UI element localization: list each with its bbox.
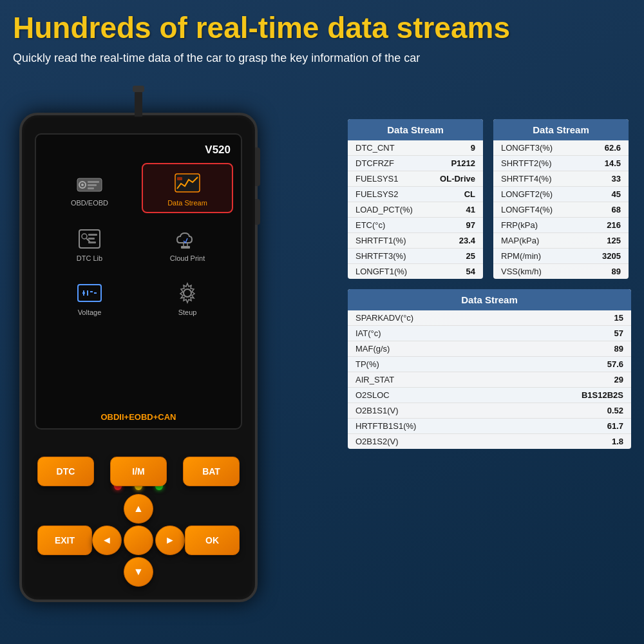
antenna-tip	[133, 86, 144, 92]
table-key: DTCFRZF	[355, 158, 394, 168]
up-button[interactable]: ▲	[124, 494, 153, 524]
table-key: VSS(km/h)	[501, 267, 542, 276]
table-key: LONGFT3(%)	[501, 143, 553, 153]
table-val: 15	[614, 313, 623, 323]
table-val: 57	[614, 328, 623, 338]
table-row: SHRTFT4(%)33	[493, 171, 629, 187]
table-key: LONGFT1(%)	[355, 267, 407, 276]
data-table-container: Data Stream DTC_CNT9DTCFRZFP1212FUELSYS1…	[348, 119, 631, 449]
menu-label-cloudprint: Cloud Print	[170, 254, 205, 262]
screen-bottom-text: OBDII+EOBD+CAN	[36, 412, 241, 422]
table-val: 25	[466, 251, 475, 261]
menu-label-voltage: Voltage	[78, 308, 102, 316]
menu-label-obd: OBD/EOBD	[71, 199, 108, 207]
table-val: 41	[466, 205, 475, 214]
menu-item-voltage[interactable]: Voltage	[44, 274, 135, 321]
table-key: ETC(°c)	[355, 220, 385, 230]
svg-point-9	[82, 234, 87, 239]
menu-item-datastream[interactable]: Data Stream	[142, 163, 233, 213]
left-button[interactable]: ◄	[92, 526, 122, 555]
svg-point-2	[81, 184, 84, 186]
table-key: SHRTFT1(%)	[355, 236, 406, 245]
table-key: SHRTFT4(%)	[501, 174, 551, 184]
table-val: 61.7	[607, 421, 623, 431]
table-val: 0.52	[607, 406, 623, 415]
table-val: 57.6	[607, 359, 623, 369]
down-button[interactable]: ▼	[124, 557, 153, 587]
side-grip-2	[255, 199, 260, 225]
voltage-icon	[75, 281, 104, 305]
table-key: SPARKADV(°c)	[355, 313, 413, 323]
cloudprint-icon	[173, 227, 202, 251]
menu-label-steup: Steup	[178, 308, 197, 316]
exit-button[interactable]: EXIT	[37, 526, 92, 555]
table-key: RPM(/min)	[501, 251, 541, 261]
right-button[interactable]: ►	[155, 526, 185, 555]
table-row: SHRTFT2(%)14.5	[493, 156, 629, 171]
table-row: LONGFT2(%)45	[493, 187, 629, 202]
table-key: HRTFTB1S1(%)	[355, 421, 416, 431]
bat-button[interactable]: BAT	[183, 457, 240, 486]
menu-item-steup[interactable]: Steup	[142, 274, 233, 321]
data-table-1: Data Stream DTC_CNT9DTCFRZFP1212FUELSYS1…	[348, 119, 483, 279]
table-val: 9	[471, 143, 475, 153]
svg-rect-17	[78, 285, 101, 301]
table-row: O2SLOCB1S12B2S	[348, 388, 631, 403]
table-row: FUELSYS2CL	[348, 187, 483, 202]
table-key: O2B1S1(V)	[355, 406, 398, 415]
table-val: 54	[466, 267, 475, 276]
table-2-header: Data Stream	[493, 119, 629, 140]
table-row: VSS(km/h)89	[493, 264, 629, 279]
menu-item-obd[interactable]: OBD/EOBD	[44, 163, 135, 213]
table-key: FUELSYS2	[355, 189, 398, 199]
table-key: MAP(kPa)	[501, 236, 539, 245]
svg-rect-7	[177, 177, 182, 180]
buttons-section: DTC I/M BAT EXIT ▲ ◄ ► ▼	[35, 457, 242, 587]
table-val: 45	[612, 189, 621, 199]
table-key: O2SLOC	[355, 390, 390, 400]
table-row: FRP(kPa)216	[493, 218, 629, 233]
menu-label-datastream: Data Stream	[167, 199, 207, 207]
table-key: AIR_STAT	[355, 375, 394, 384]
settings-icon	[173, 281, 202, 305]
table-row: MAF(g/s)89	[348, 341, 631, 357]
table-key: SHRTFT3(%)	[355, 251, 406, 261]
table-row: ETC(°c)97	[348, 218, 483, 233]
svg-rect-3	[88, 181, 99, 183]
menu-label-dtclib: DTC Lib	[77, 254, 102, 262]
sub-title: Quickly read the real-time data of the c…	[13, 50, 631, 67]
device-wrapper: V520 OBD/EOBD	[19, 113, 274, 621]
table-row: MAP(kPa)125	[493, 233, 629, 249]
svg-rect-5	[88, 187, 94, 189]
table-val: 3205	[602, 251, 621, 261]
im-button[interactable]: I/M	[110, 457, 167, 486]
menu-item-cloudprint[interactable]: Cloud Print	[142, 220, 233, 267]
table-key: SHRTFT2(%)	[501, 158, 551, 168]
device-model: V520	[44, 144, 233, 156]
table1-rows: DTC_CNT9DTCFRZFP1212FUELSYS1OL-DriveFUEL…	[348, 140, 483, 279]
table2-rows: LONGFT3(%)62.6SHRTFT2(%)14.5SHRTFT4(%)33…	[493, 140, 629, 279]
table-val: 1.8	[612, 437, 623, 446]
table-row: IAT(°c)57	[348, 326, 631, 341]
dtclib-icon	[75, 227, 104, 251]
table-val: B1S12B2S	[582, 390, 623, 400]
table-row: LOAD_PCT(%)41	[348, 202, 483, 218]
table-val: 97	[466, 220, 475, 230]
table-row: RPM(/min)3205	[493, 249, 629, 264]
center-button[interactable]	[124, 526, 153, 555]
table-row: AIR_STAT29	[348, 372, 631, 388]
table-val: 89	[612, 267, 621, 276]
table-1-header: Data Stream	[348, 119, 483, 140]
ok-button[interactable]: OK	[185, 526, 240, 555]
table-val: 29	[614, 375, 623, 384]
table-row: O2B1S1(V)0.52	[348, 403, 631, 419]
table-row: HRTFTB1S1(%)61.7	[348, 419, 631, 434]
device-body: V520 OBD/EOBD	[19, 113, 258, 602]
dtc-button[interactable]: DTC	[37, 457, 94, 486]
table-key: LONGFT4(%)	[501, 205, 553, 214]
table-key: IAT(°c)	[355, 328, 381, 338]
menu-item-dtclib[interactable]: DTC Lib	[44, 220, 135, 267]
table-row: SHRTFT3(%)25	[348, 249, 483, 264]
table-key: O2B1S2(V)	[355, 437, 398, 446]
table-val: 89	[614, 344, 623, 354]
